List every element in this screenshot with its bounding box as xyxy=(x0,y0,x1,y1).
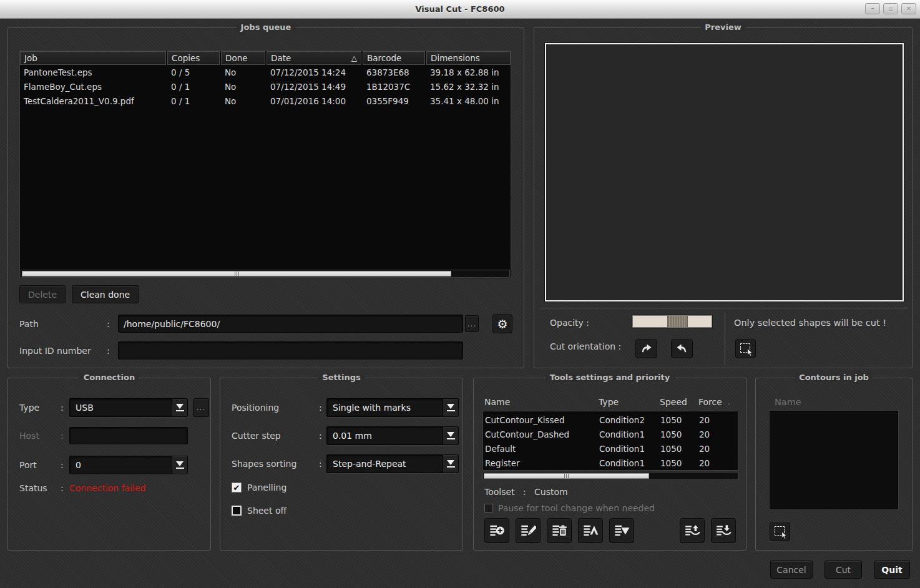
port-dropdown[interactable]: 0 xyxy=(69,456,188,474)
pause-label: Pause for tool change when needed xyxy=(498,503,655,513)
opacity-slider[interactable] xyxy=(632,315,712,328)
panelling-label: Panelling xyxy=(247,483,286,492)
tool-delete-button[interactable] xyxy=(547,518,572,543)
column-header-type[interactable]: Type xyxy=(599,397,660,407)
check-icon: ✔ xyxy=(233,483,240,492)
minimize-icon: – xyxy=(871,6,874,12)
dropdown-arrow-button[interactable] xyxy=(443,399,458,416)
column-header-date[interactable]: Date △ xyxy=(267,51,361,65)
cutter-step-dropdown[interactable]: 0.01 mm xyxy=(326,426,459,445)
shapes-sorting-dropdown-value: Step-and-Repeat xyxy=(327,455,443,473)
connection-status-row: Status : Connection failed xyxy=(19,483,145,493)
list-item[interactable]: CutContour_Dashed Condition1 1050 20 xyxy=(485,427,738,441)
cut-button[interactable]: Cut xyxy=(825,561,862,579)
quit-button[interactable]: Quit xyxy=(874,561,910,579)
tool-sort-down-button[interactable] xyxy=(609,518,634,543)
column-header-name[interactable]: Name xyxy=(484,397,599,407)
list-item[interactable]: Default Condition1 1050 20 xyxy=(485,441,738,456)
shapes-sorting-dropdown[interactable]: Step-and-Repeat xyxy=(326,454,459,473)
chevron-down-icon xyxy=(176,404,184,409)
status-label: Status xyxy=(19,483,61,493)
pause-checkbox[interactable] xyxy=(484,504,493,512)
dropdown-arrow-button[interactable] xyxy=(443,455,458,473)
positioning-dropdown[interactable]: Single with marks xyxy=(326,398,459,417)
path-input[interactable] xyxy=(118,315,463,333)
panelling-checkbox[interactable]: ✔ xyxy=(232,483,242,492)
host-label: Host xyxy=(19,431,61,441)
host-field[interactable] xyxy=(69,427,188,444)
rotate-counterclockwise-button[interactable] xyxy=(671,339,693,358)
tool-sort-up-button[interactable] xyxy=(578,518,603,543)
close-button[interactable]: ✕ xyxy=(901,3,916,14)
opacity-slider-handle[interactable] xyxy=(667,316,688,327)
chevron-down-icon xyxy=(447,432,454,437)
maximize-button[interactable]: ▫ xyxy=(883,3,898,14)
column-header-speed[interactable]: Speed xyxy=(660,397,698,407)
column-header-copies[interactable]: Copies xyxy=(167,51,220,65)
tool-export-button[interactable] xyxy=(680,518,705,543)
sort-down-icon xyxy=(614,523,630,538)
table-row[interactable]: TestCaldera2011_V0.9.pdf 0 / 1 No 07/01/… xyxy=(20,94,511,108)
toolset-value: Custom xyxy=(534,487,568,497)
settings-panel: Settings Positioning : Single with marks… xyxy=(220,378,463,551)
tool-import-button[interactable] xyxy=(711,518,736,543)
contours-list[interactable] xyxy=(770,411,898,509)
sort-up-icon xyxy=(582,523,599,538)
browse-path-button[interactable]: ... xyxy=(465,315,479,332)
tools-panel: Tools settings and priority Name Type Sp… xyxy=(473,378,746,551)
colon: : xyxy=(61,460,69,470)
jobs-queue-panel: Jobs queue Job Copies Done Date △ Barcod… xyxy=(7,27,524,368)
colon: : xyxy=(61,403,69,413)
column-header-dimensions[interactable]: Dimensions xyxy=(426,51,511,65)
jobs-table: Job Copies Done Date △ Barcode Dimension… xyxy=(19,51,511,279)
colon: : xyxy=(523,487,534,497)
table-row[interactable]: FlameBoy_Cut.eps 0 / 1 No 07/12/2015 14:… xyxy=(20,79,511,94)
edit-tool-icon xyxy=(520,523,536,538)
preview-panel: Preview Opacity : Cut orientation : Only… xyxy=(534,27,913,368)
column-header-force[interactable]: Force xyxy=(698,397,728,407)
tools-horizontal-scrollbar[interactable] xyxy=(482,472,738,480)
tool-add-button[interactable] xyxy=(484,518,509,543)
cursor-icon xyxy=(781,531,787,539)
type-dropdown[interactable]: USB xyxy=(69,398,188,417)
dropdown-arrow-button[interactable] xyxy=(172,456,187,474)
list-item[interactable]: CutContour_Kissed Condition2 1050 20 xyxy=(485,413,738,427)
jobs-horizontal-scrollbar[interactable] xyxy=(21,270,510,278)
scrollbar-thumb[interactable] xyxy=(484,473,649,479)
column-header-job[interactable]: Job xyxy=(20,51,166,65)
titlebar: Visual Cut - FC8600 – ▫ ✕ xyxy=(0,0,920,19)
cancel-button[interactable]: Cancel xyxy=(770,561,813,579)
dropdown-arrow-button[interactable] xyxy=(443,427,458,444)
contours-title: Contours in job xyxy=(795,373,873,382)
delete-button[interactable]: Delete xyxy=(19,285,66,303)
colon: : xyxy=(61,431,69,441)
contours-panel: Contours in job Name xyxy=(755,378,913,551)
sheet-off-row: Sheet off xyxy=(232,506,286,516)
sheet-off-checkbox[interactable] xyxy=(232,506,242,516)
list-item[interactable]: Register Condition1 1050 20 xyxy=(485,456,738,470)
scrollbar-thumb[interactable] xyxy=(22,271,451,277)
dropdown-arrow-button[interactable] xyxy=(172,399,187,416)
type-label: Type xyxy=(19,403,61,413)
connection-title: Connection xyxy=(79,373,139,382)
chevron-down-icon xyxy=(447,404,454,409)
preview-canvas[interactable] xyxy=(545,43,904,301)
toolset-label: Toolset xyxy=(484,487,523,497)
clean-done-button[interactable]: Clean done xyxy=(72,285,139,303)
rotate-clockwise-button[interactable] xyxy=(635,339,657,358)
table-row[interactable]: PantoneTest.eps 0 / 5 No 07/12/2015 14:2… xyxy=(20,65,511,79)
type-browse-button[interactable]: ... xyxy=(193,398,209,417)
truncated-column-hint: . xyxy=(728,397,736,407)
column-header-done[interactable]: Done xyxy=(221,51,265,65)
path-settings-button[interactable]: ⚙ xyxy=(492,314,512,333)
chevron-down-icon xyxy=(447,460,454,465)
export-toolset-icon xyxy=(684,523,700,538)
select-contours-button[interactable] xyxy=(770,522,790,541)
tools-table-header: Name Type Speed Force . xyxy=(484,397,736,407)
input-id-field[interactable] xyxy=(118,341,463,360)
separator xyxy=(539,308,908,308)
tool-edit-button[interactable] xyxy=(516,518,541,543)
select-shapes-button[interactable] xyxy=(735,339,756,358)
column-header-barcode[interactable]: Barcode xyxy=(363,51,425,65)
minimize-button[interactable]: – xyxy=(865,3,880,14)
